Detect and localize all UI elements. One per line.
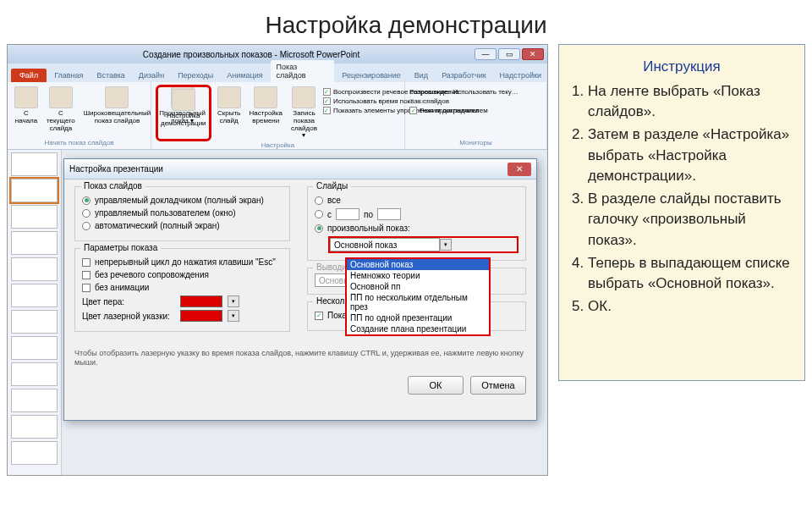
tab-developer[interactable]: Разработчик (436, 69, 491, 82)
thumb-5[interactable] (11, 257, 58, 281)
group-setup-label: Настройка (156, 141, 400, 149)
to-spin[interactable] (377, 208, 401, 220)
radio-custom-show[interactable]: произвольный показ: (315, 224, 518, 233)
custom-show-value: Основной показ (330, 238, 440, 251)
setup-slideshow-button[interactable]: Настройка демонстрации (156, 85, 211, 141)
laser-color-row[interactable]: Цвет лазерной указки:▾ (82, 310, 283, 322)
check-no-animation[interactable]: без анимации (82, 283, 283, 292)
close-button[interactable]: ✕ (522, 48, 544, 60)
resolution-row[interactable]: Разрешение: Использовать теку… (409, 88, 542, 96)
dropdown-option[interactable]: Основной пп (347, 281, 489, 292)
tab-slideshow[interactable]: Показ слайдов (271, 60, 335, 82)
window-title: Создание произвольных показов - Microsof… (143, 50, 359, 59)
instruction-step: В разделе слайды поставить галочку «прои… (588, 189, 791, 251)
slide-thumbnails[interactable] (8, 150, 62, 475)
ok-button[interactable]: ОК (408, 376, 464, 395)
thumb-9[interactable] (11, 362, 58, 386)
dialog-close-button[interactable]: ✕ (508, 163, 531, 176)
show-options-legend: Параметры показа (80, 243, 161, 252)
dialog-titlebar: Настройка презентации ✕ (64, 159, 536, 179)
thumb-10[interactable] (11, 389, 58, 412)
dropdown-option[interactable]: Немножко теории (347, 270, 489, 281)
tab-design[interactable]: Дизайн (133, 69, 170, 82)
maximize-button[interactable]: ▭ (498, 48, 520, 60)
from-spin[interactable] (336, 208, 359, 220)
thumb-2[interactable] (11, 179, 58, 202)
show-type-group: Показ слайдов управляемый докладчиком (п… (74, 186, 290, 241)
minimize-button[interactable]: — (475, 48, 497, 60)
thumb-6[interactable] (11, 284, 58, 307)
tab-view[interactable]: Вид (409, 69, 434, 82)
show-options-group: Параметры показа непрерывный цикл до наж… (74, 248, 290, 332)
show-on-row: Показать на: (409, 97, 542, 105)
instruction-title: Инструкция (573, 57, 791, 78)
radio-presenter[interactable]: управляемый докладчиком (полный экран) (82, 196, 283, 205)
thumb-11[interactable] (11, 415, 58, 439)
dropdown-option[interactable]: Основной показ (347, 259, 489, 270)
group-start-label: Начать показ слайдов (12, 139, 146, 146)
custom-show-combo[interactable]: Основной показ ▾ (328, 236, 518, 253)
dialog-title: Настройка презентации (69, 164, 163, 174)
thumb-7[interactable] (11, 310, 58, 334)
pen-color-row[interactable]: Цвет пера:▾ (82, 295, 283, 307)
radio-from-to[interactable]: с по (315, 208, 518, 220)
show-type-legend: Показ слайдов (80, 181, 145, 190)
tab-transitions[interactable]: Переходы (172, 69, 219, 82)
instruction-step: На ленте выбрать «Показ слайдов». (588, 81, 791, 123)
check-loop[interactable]: непрерывный цикл до нажатия клавиши "Esc… (82, 257, 283, 267)
tab-file[interactable]: Файл (11, 69, 47, 82)
from-current-button[interactable]: С текущего слайда (44, 85, 78, 134)
dialog-note: Чтобы отобразить лазерную указку во врем… (64, 345, 536, 371)
thumb-1[interactable] (11, 152, 58, 176)
thumb-3[interactable] (11, 205, 58, 229)
instruction-step: ОК. (588, 296, 791, 318)
tab-review[interactable]: Рецензирование (336, 69, 407, 82)
radio-auto[interactable]: автоматический (полный экран) (82, 221, 283, 230)
powerpoint-window: Создание произвольных показов - Microsof… (7, 44, 548, 476)
thumb-12[interactable] (11, 441, 58, 465)
radio-all[interactable]: все (315, 196, 518, 205)
page-title: Настройка демонстрации (0, 0, 812, 44)
check-no-narration[interactable]: без речевого сопровождения (82, 270, 283, 279)
slides-legend: Слайды (313, 181, 351, 190)
instruction-list: На ленте выбрать «Показ слайдов». Затем … (573, 81, 791, 318)
dropdown-option[interactable]: ПП по нескольким отдельным през (347, 292, 489, 312)
slides-group: Слайды все с по произвольный показ: Осно… (307, 186, 526, 261)
dropdown-option[interactable]: Создание плана презентации (347, 323, 489, 334)
chevron-down-icon[interactable]: ▾ (440, 239, 452, 251)
tab-animations[interactable]: Анимация (221, 69, 268, 82)
custom-show-dropdown[interactable]: Основной показ Немножко теории Основной … (345, 257, 491, 336)
instruction-step: Теперь в выпадающем списке выбрать «Осно… (588, 253, 791, 295)
instruction-panel: Инструкция На ленте выбрать «Показ слайд… (558, 44, 805, 381)
ribbon: С начала С текущего слайда Широковещател… (8, 82, 547, 150)
thumb-4[interactable] (11, 231, 58, 255)
dropdown-option[interactable]: ПП по одной презентации (347, 312, 489, 323)
setup-show-dialog: Настройка презентации ✕ Показ слайдов уп… (63, 158, 537, 421)
tab-insert[interactable]: Вставка (91, 69, 130, 82)
hide-slide-button[interactable]: Скрыть слайд (215, 85, 244, 141)
radio-user[interactable]: управляемый пользователем (окно) (82, 208, 283, 218)
instruction-step: Затем в разделе «Настройка» выбрать «Нас… (588, 124, 791, 187)
group-monitors-label: Мониторы (409, 139, 542, 146)
rehearse-button[interactable]: Настройка времени (247, 85, 285, 141)
broadcast-button[interactable]: Широковещательный показ слайдов (81, 85, 153, 134)
presenter-view-check[interactable]: ✓Режим докладчика (409, 107, 542, 114)
tab-addins[interactable]: Надстройки (494, 69, 547, 82)
ribbon-tabs: Файл Главная Вставка Дизайн Переходы Ани… (8, 64, 547, 82)
from-beginning-button[interactable]: С начала (12, 85, 41, 134)
record-button[interactable]: Запись показа слайдов ▾ (288, 85, 320, 141)
tab-home[interactable]: Главная (48, 69, 89, 82)
thumb-8[interactable] (11, 336, 58, 360)
cancel-button[interactable]: Отмена (470, 376, 526, 395)
